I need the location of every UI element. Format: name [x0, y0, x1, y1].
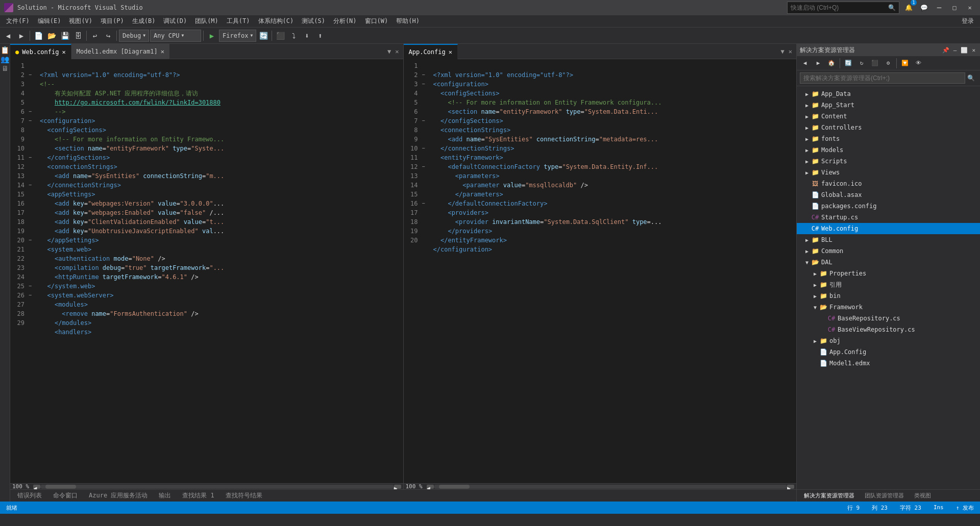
login-button[interactable]: 登录: [958, 17, 978, 26]
tree-item-dal-appconfig[interactable]: 📄 App.Config: [797, 346, 980, 358]
status-ready[interactable]: 就绪: [4, 504, 19, 512]
sol-forward-button[interactable]: ▶: [812, 57, 824, 69]
step-out-button[interactable]: ⬆: [314, 30, 326, 42]
save-button[interactable]: 💾: [59, 30, 71, 42]
tab-appconfig[interactable]: App.Config ✕: [404, 44, 458, 59]
tree-item-base-repository[interactable]: C# BaseRepository.cs: [797, 313, 980, 324]
status-publish[interactable]: ↑ 发布: [954, 504, 976, 512]
toggle-bll[interactable]: ▶: [803, 237, 811, 243]
toggle-models[interactable]: ▶: [803, 147, 811, 153]
hscrollbar-right[interactable]: [434, 485, 787, 489]
tab-close-pane-button[interactable]: ✕: [393, 47, 401, 56]
new-project-button[interactable]: 📄: [32, 30, 44, 42]
sol-properties-button[interactable]: ⚙: [882, 57, 894, 69]
solution-tree[interactable]: ▶ 📁 App_Data ▶ 📁 App_Start ▶ 📁 Content: [797, 86, 980, 489]
tree-item-dal-model1-edmx[interactable]: 📄 Model1.edmx: [797, 358, 980, 369]
toggle-app-start[interactable]: ▶: [803, 103, 811, 108]
tab-overflow-button[interactable]: ▼: [385, 47, 393, 56]
sol-tab-solution-explorer[interactable]: 解决方案资源管理器: [799, 491, 860, 500]
tree-item-fonts[interactable]: ▶ 📁 fonts: [797, 133, 980, 144]
menu-debug[interactable]: 调试(D): [159, 16, 191, 27]
sol-sync-button[interactable]: 🔄: [842, 57, 854, 69]
menu-tools[interactable]: 工具(T): [223, 16, 254, 27]
refresh-button[interactable]: 🔄: [257, 30, 270, 42]
tree-item-app-start[interactable]: ▶ 📁 App_Start: [797, 99, 980, 111]
tree-item-views[interactable]: ▶ 📁 Views: [797, 167, 980, 178]
menu-window[interactable]: 窗口(W): [361, 16, 393, 27]
quick-launch-input[interactable]: [791, 4, 888, 11]
notifications-button[interactable]: 🔔: [902, 2, 915, 14]
sol-tab-class-view[interactable]: 类视图: [909, 491, 936, 500]
tree-item-dal-refs[interactable]: ▶ 📁 引用: [797, 279, 980, 290]
close-button[interactable]: ✕: [964, 2, 976, 14]
tree-item-dal-framework[interactable]: ▼ 📂 Framework: [797, 302, 980, 313]
sol-filter-button[interactable]: 🔽: [899, 57, 911, 69]
activity-server-explorer[interactable]: 🖥: [1, 64, 9, 72]
sol-collapse-button[interactable]: ⬛: [869, 57, 881, 69]
tab-error-list[interactable]: 错误列表: [12, 490, 47, 501]
sol-home-button[interactable]: 🏠: [825, 57, 838, 69]
scroll-bar-left[interactable]: 100 % ◀ ▶: [10, 483, 403, 489]
tree-item-dal-properties[interactable]: ▶ 📁 Properties: [797, 268, 980, 279]
tree-item-scripts[interactable]: ▶ 📁 Scripts: [797, 156, 980, 167]
tab-find-results-1[interactable]: 查找结果 1: [177, 490, 219, 501]
menu-help[interactable]: 帮助(H): [392, 16, 424, 27]
toggle-controllers[interactable]: ▶: [803, 125, 811, 131]
menu-team[interactable]: 团队(M): [191, 16, 223, 27]
toggle-content[interactable]: ▶: [803, 114, 811, 119]
toggle-dal[interactable]: ▼: [803, 260, 811, 265]
sol-refresh-button[interactable]: ↻: [855, 57, 868, 69]
platform-dropdown[interactable]: Any CPU ▼: [150, 30, 201, 42]
collapse-all-button[interactable]: —: [952, 46, 959, 55]
pin-button[interactable]: 📌: [941, 46, 951, 55]
sol-back-button[interactable]: ◀: [799, 57, 811, 69]
tree-item-dal[interactable]: ▼ 📂 DAL: [797, 257, 980, 268]
tab-close-pane-button-right[interactable]: ✕: [787, 47, 794, 56]
tree-item-content[interactable]: ▶ 📁 Content: [797, 111, 980, 122]
step-into-button[interactable]: ⬇: [301, 30, 313, 42]
close-panel-button[interactable]: ✕: [970, 46, 977, 55]
tree-item-app-data[interactable]: ▶ 📁 App_Data: [797, 88, 980, 99]
redo-button[interactable]: ↪: [102, 30, 114, 42]
start-debug-button[interactable]: ▶: [206, 30, 218, 42]
tree-item-controllers[interactable]: ▶ 📁 Controllers: [797, 122, 980, 133]
tree-item-startup-cs[interactable]: C# Startup.cs: [797, 212, 980, 223]
code-content-left[interactable]: <?xml version="1.0" encoding="utf-8"?> <…: [36, 59, 403, 483]
sol-view-button[interactable]: 👁: [912, 57, 924, 69]
tree-item-bll[interactable]: ▶ 📁 BLL: [797, 234, 980, 245]
toggle-scripts[interactable]: ▶: [803, 159, 811, 164]
tab-output[interactable]: 输出: [154, 490, 176, 501]
undo-button[interactable]: ↩: [89, 30, 101, 42]
tree-item-common[interactable]: ▶ 📁 Common: [797, 245, 980, 257]
breakpoint-button[interactable]: ⬛: [274, 30, 286, 42]
tab-close-webconfig[interactable]: ✕: [62, 48, 65, 56]
sol-tab-team-explorer[interactable]: 团队资源管理器: [860, 491, 909, 500]
status-ins[interactable]: Ins: [932, 504, 946, 512]
tab-webconfig[interactable]: ● Web.config ✕: [10, 44, 71, 59]
status-char[interactable]: 字符 23: [898, 504, 923, 512]
quick-launch-box[interactable]: 🔍: [787, 2, 899, 14]
browser-dropdown[interactable]: Firefox ▼: [219, 30, 256, 42]
tree-item-base-view-repository[interactable]: C# BaseViewRepository.cs: [797, 324, 980, 335]
hscrollbar-left[interactable]: [40, 485, 394, 489]
tree-item-web-config[interactable]: C# Web.config: [797, 223, 980, 234]
tab-overflow-button-right[interactable]: ▼: [779, 47, 787, 56]
scroll-left-arrow-right[interactable]: ◀: [427, 485, 434, 489]
status-row[interactable]: 行 9: [845, 504, 862, 512]
menu-file[interactable]: 文件(F): [2, 16, 34, 27]
tab-azure-activity[interactable]: Azure 应用服务活动: [84, 490, 153, 501]
code-content-right[interactable]: <?xml version="1.0" encoding="utf-8"?> <…: [429, 59, 797, 483]
scroll-bar-right[interactable]: 100 % ◀ ▶: [404, 483, 797, 489]
step-over-button[interactable]: ⤵: [287, 30, 300, 42]
toggle-views[interactable]: ▶: [803, 170, 811, 176]
tree-item-packages-config[interactable]: 📄 packages.config: [797, 201, 980, 212]
maximize-button[interactable]: □: [948, 2, 961, 14]
menu-project[interactable]: 项目(P): [96, 16, 128, 27]
hscrollbar-thumb-left[interactable]: [45, 485, 76, 489]
toggle-dal-bin[interactable]: ▶: [811, 293, 819, 299]
activity-solution-explorer[interactable]: 📋: [1, 46, 9, 54]
toggle-dal-obj[interactable]: ▶: [811, 338, 819, 344]
toggle-dal-framework[interactable]: ▼: [811, 305, 819, 310]
back-button[interactable]: ◀: [2, 30, 14, 42]
code-view-left[interactable]: 12345 678910 1112131415 1617181920 21222…: [10, 59, 403, 483]
